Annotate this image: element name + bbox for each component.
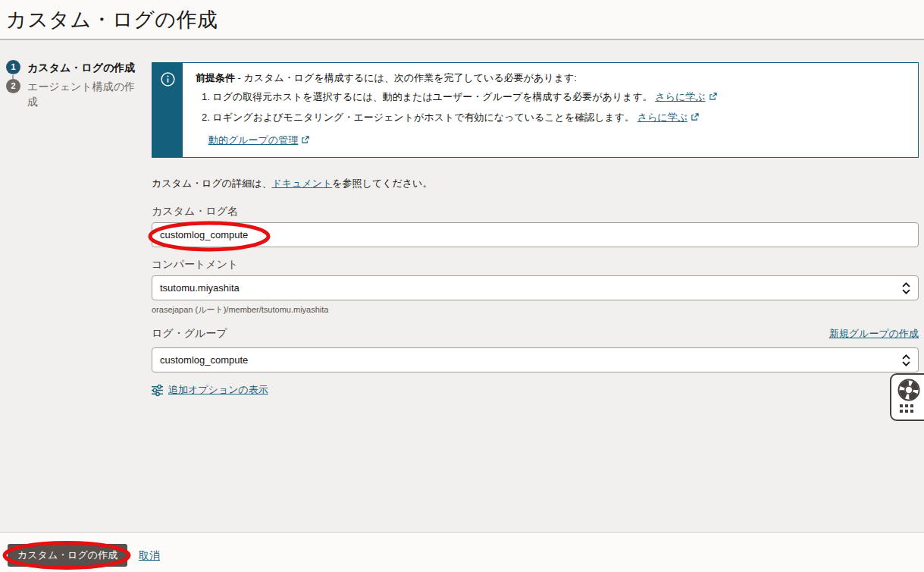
external-link-icon <box>301 136 309 144</box>
learn-more-link-2[interactable]: さらに学ぶ <box>637 112 688 123</box>
wizard-step-nav: 1 カスタム・ログの作成 2 エージェント構成の作成 <box>6 60 146 109</box>
prerequisites-heading-bold: 前提条件 <box>196 72 235 83</box>
step-label: カスタム・ログの作成 <box>27 60 143 75</box>
lifebuoy-help-icon <box>897 378 921 402</box>
prerequisites-heading: 前提条件 - カスタム・ログを構成するには、次の作業を完了している必要があります… <box>196 71 717 85</box>
doc-note-before: カスタム・ログの詳細は、 <box>152 178 271 189</box>
additional-options-row: 追加オプションの表示 <box>151 383 268 397</box>
page-title: カスタム・ログの作成 <box>6 6 218 33</box>
show-additional-options-link[interactable]: 追加オプションの表示 <box>168 383 268 397</box>
compartment-path-helper: orasejapan (ルート)/member/tsutomu.miyashit… <box>152 304 328 316</box>
step-item-create-agent-config[interactable]: 2 エージェント構成の作成 <box>6 79 146 109</box>
compartment-select[interactable]: tsutomu.miyashita <box>152 275 919 300</box>
step-item-create-custom-log[interactable]: 1 カスタム・ログの作成 <box>6 60 146 75</box>
learn-more-link-1[interactable]: さらに学ぶ <box>655 91 705 102</box>
log-group-label: ログ・グループ <box>152 327 227 341</box>
compartment-label: コンパートメント <box>152 258 238 272</box>
prerequisite-item-2-text: 2. ロギングおよびモニタリング・エージェントがホストで有効になっていることを確… <box>202 112 634 123</box>
log-group-select[interactable]: customlog_compute <box>152 347 919 372</box>
manage-dynamic-groups-row: 動的グループの管理 <box>208 134 717 147</box>
info-banner-stripe <box>152 63 183 157</box>
step-number-badge: 1 <box>6 60 20 74</box>
documentation-link[interactable]: ドキュメント <box>271 178 332 189</box>
external-link-icon <box>691 113 699 121</box>
external-link-icon <box>709 93 717 101</box>
step-number-badge: 2 <box>6 79 20 93</box>
step-label: エージェント構成の作成 <box>27 79 143 109</box>
chevron-updown-icon <box>902 354 910 366</box>
prerequisite-item-2: 2. ロギングおよびモニタリング・エージェントがホストで有効になっていることを確… <box>202 111 717 124</box>
log-group-label-row: ログ・グループ 新規グループの作成 <box>152 327 919 341</box>
prerequisites-heading-rest: - カスタム・ログを構成するには、次の作業を完了している必要があります: <box>235 72 577 83</box>
prerequisites-info-banner: 前提条件 - カスタム・ログを構成するには、次の作業を完了している必要があります… <box>152 62 919 158</box>
create-custom-log-button[interactable]: カスタム・ログの作成 <box>8 544 127 567</box>
manage-dynamic-groups-link[interactable]: 動的グループの管理 <box>208 134 298 146</box>
prerequisite-item-1-text: 1. ログの取得元ホストを選択するには、動的またはユーザー・グループを構成する必… <box>202 91 653 102</box>
create-new-group-link[interactable]: 新規グループの作成 <box>829 327 919 341</box>
log-name-label: カスタム・ログ名 <box>152 205 238 218</box>
prerequisite-item-1: 1. ログの取得元ホストを選択するには、動的またはユーザー・グループを構成する必… <box>202 90 717 104</box>
doc-note-after: を参照してください。 <box>332 178 432 189</box>
chevron-updown-icon <box>902 282 910 294</box>
log-group-selected-value: customlog_compute <box>160 354 248 366</box>
cancel-link[interactable]: 取消 <box>139 549 160 563</box>
sliders-icon <box>151 384 164 397</box>
log-name-input[interactable] <box>152 222 919 247</box>
documentation-note: カスタム・ログの詳細は、ドキュメントを参照してください。 <box>152 177 432 190</box>
info-icon <box>160 71 176 87</box>
compartment-selected-value: tsutomu.miyashita <box>160 282 240 294</box>
help-support-widget[interactable] <box>890 373 924 421</box>
info-banner-content: 前提条件 - カスタム・ログを構成するには、次の作業を完了している必要があります… <box>183 63 729 157</box>
grid-dots-icon <box>900 404 913 413</box>
page-header: カスタム・ログの作成 <box>0 0 924 40</box>
